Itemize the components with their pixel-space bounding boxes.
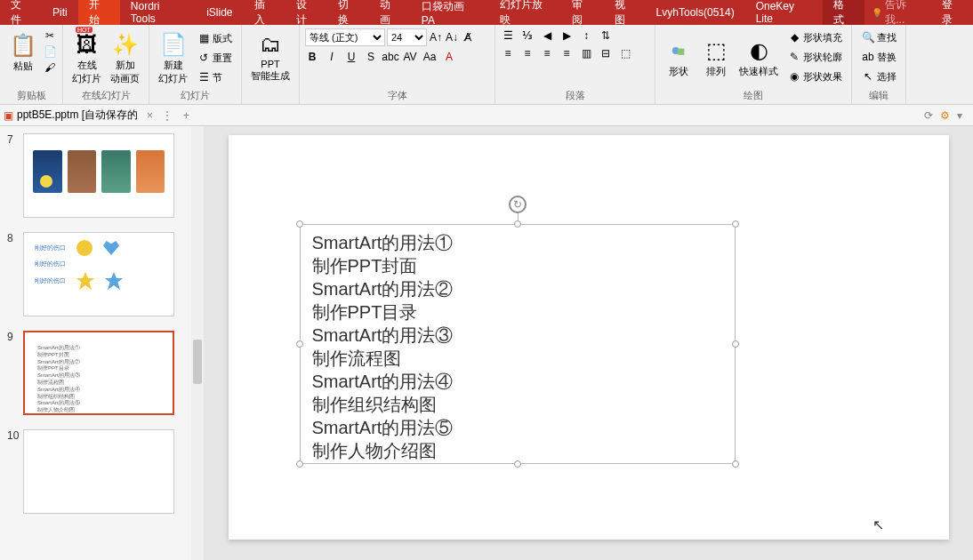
settings-icon[interactable]: ⚙ xyxy=(940,109,950,122)
menu-insert[interactable]: 插入 xyxy=(244,0,285,25)
new-slide-icon: 📄 xyxy=(159,30,188,59)
online-slides-group-label: 在线幻灯片 xyxy=(68,89,143,104)
menu-review[interactable]: 审阅 xyxy=(561,0,603,25)
font-name-select[interactable]: 等线 (正文) xyxy=(305,28,385,46)
align-text-icon[interactable]: ⊟ xyxy=(599,46,613,60)
menu-login[interactable]: 登录 xyxy=(931,0,973,25)
group-clipboard: 📋 粘贴 ✂ 📄 🖌 剪贴板 xyxy=(0,25,63,104)
smartart-icon[interactable]: ⬚ xyxy=(618,46,632,60)
menu-piti[interactable]: Piti xyxy=(42,0,78,25)
document-bar: ▣ pptB5E.pptm [自动保存的 × ⋮ + ⟳ ⚙ ▾ xyxy=(0,105,973,126)
numbering-icon[interactable]: ⅓ xyxy=(520,28,535,43)
online-slides-icon: 🖼 xyxy=(73,30,101,59)
font-color-icon[interactable]: A xyxy=(442,50,456,64)
align-left-icon[interactable]: ≡ xyxy=(501,46,515,60)
thumb-9[interactable]: 9 SmartArt的用法①制作PPT封面SmartArt的用法②制作PPT目录… xyxy=(0,327,191,426)
increase-font-icon[interactable]: A↑ xyxy=(429,30,443,44)
hot-badge: HOT xyxy=(76,27,92,33)
clear-format-icon[interactable]: A̸ xyxy=(461,30,475,44)
paste-button[interactable]: 📋 粘贴 xyxy=(5,29,41,75)
thumb-num-7: 7 xyxy=(7,133,20,218)
quickstyle-button[interactable]: ◐ 快速样式 xyxy=(736,35,782,80)
tab-menu-icon[interactable]: ⋮ xyxy=(162,109,173,122)
outline-icon: ✎ xyxy=(787,50,801,64)
menu-transitions[interactable]: 切换 xyxy=(327,0,369,25)
menu-file[interactable]: 文件 xyxy=(0,0,42,25)
chevron-down-icon[interactable]: ▾ xyxy=(957,109,962,122)
handle-t[interactable] xyxy=(514,220,521,228)
thumb-10[interactable]: 10 xyxy=(0,426,191,524)
menu-pocket[interactable]: 口袋动画 PA xyxy=(411,0,489,25)
increase-indent-icon[interactable]: ▶ xyxy=(559,28,574,43)
menu-design[interactable]: 设计 xyxy=(285,0,327,25)
new-tab-icon[interactable]: + xyxy=(176,109,197,122)
thumbnail-scrollbar[interactable] xyxy=(191,126,204,560)
handle-br[interactable] xyxy=(732,460,739,468)
decrease-font-icon[interactable]: A↓ xyxy=(445,30,459,44)
arrange-button[interactable]: ⬚ 排列 xyxy=(698,35,734,80)
decrease-indent-icon[interactable]: ◀ xyxy=(540,28,554,43)
align-right-icon[interactable]: ≡ xyxy=(540,46,554,60)
bullets-icon[interactable]: ☰ xyxy=(501,28,515,43)
section-button[interactable]: ☰节 xyxy=(193,68,236,86)
layout-button[interactable]: ▦版式 xyxy=(193,29,236,47)
add-anim-button[interactable]: ✨ 新加 动画页 xyxy=(107,28,143,87)
handle-r[interactable] xyxy=(732,340,739,348)
text-direction-icon[interactable]: ⇅ xyxy=(599,28,613,43)
handle-b[interactable] xyxy=(514,460,521,468)
replace-button[interactable]: ab替换 xyxy=(857,48,900,66)
shapes-button[interactable]: 形状 xyxy=(661,35,696,80)
shape-outline-button[interactable]: ✎形状轮廓 xyxy=(784,48,846,66)
reset-button[interactable]: ↺重置 xyxy=(193,49,236,67)
align-center-icon[interactable]: ≡ xyxy=(520,46,535,60)
paste-label: 粘贴 xyxy=(13,60,33,73)
copy-icon[interactable]: 📄 xyxy=(43,44,57,59)
handle-l[interactable] xyxy=(296,340,303,348)
menu-format[interactable]: 格式 xyxy=(823,0,864,25)
scrollbar-handle[interactable] xyxy=(193,340,202,384)
menu-home[interactable]: 开始 xyxy=(78,0,120,25)
columns-icon[interactable]: ▥ xyxy=(579,46,593,60)
font-size-select[interactable]: 24 xyxy=(387,28,427,46)
bold-icon[interactable]: B xyxy=(305,50,319,64)
menu-slideshow[interactable]: 幻灯片放映 xyxy=(489,0,562,25)
menu-view[interactable]: 视图 xyxy=(604,0,646,25)
menu-nordri[interactable]: Nordri Tools xyxy=(120,0,196,25)
text-box[interactable]: SmartArt的用法① 制作PPT封面 SmartArt的用法② 制作PPT目… xyxy=(300,224,736,464)
underline-icon[interactable]: U xyxy=(344,50,358,64)
handle-tr[interactable] xyxy=(732,220,739,228)
online-slides-button[interactable]: HOT 🖼 在线 幻灯片 xyxy=(68,28,105,87)
select-button[interactable]: ↖选择 xyxy=(857,68,900,85)
section-icon: ☰ xyxy=(197,70,211,84)
document-tab[interactable]: ▣ pptB5E.pptm [自动保存的 × ⋮ + xyxy=(4,108,197,123)
format-painter-icon[interactable]: 🖌 xyxy=(43,60,57,75)
shadow-icon[interactable]: abc xyxy=(383,50,398,64)
italic-icon[interactable]: I xyxy=(325,50,339,64)
cut-icon[interactable]: ✂ xyxy=(43,28,57,43)
thumb-num-8: 8 xyxy=(7,232,20,316)
thumb-8[interactable]: 8 刚好的伤口 刚好的伤口 刚好的伤口 xyxy=(0,228,191,327)
char-spacing-icon[interactable]: AV xyxy=(403,50,417,64)
tell-me[interactable]: 告诉我... xyxy=(864,0,931,28)
menu-onekey[interactable]: OneKey Lite xyxy=(745,0,824,25)
menu-animations[interactable]: 动画 xyxy=(369,0,411,25)
ppt-gen-button[interactable]: 🗂 PPT 智能生成 xyxy=(247,28,294,84)
handle-bl[interactable] xyxy=(296,460,303,468)
menu-lvyh[interactable]: LvyhTools(0514) xyxy=(646,0,745,25)
rotate-handle[interactable] xyxy=(509,196,527,213)
menu-islide[interactable]: iSlide xyxy=(196,0,243,25)
close-tab-icon[interactable]: × xyxy=(141,109,158,122)
strike-icon[interactable]: S xyxy=(364,50,378,64)
thumb-9-preview: SmartArt的用法①制作PPT封面SmartArt的用法②制作PPT目录Sm… xyxy=(23,331,174,415)
change-case-icon[interactable]: Aa xyxy=(422,50,437,64)
sync-icon[interactable]: ⟳ xyxy=(924,109,933,122)
justify-icon[interactable]: ≡ xyxy=(559,46,574,60)
shape-fill-button[interactable]: ◆形状填充 xyxy=(784,28,846,46)
thumb-7[interactable]: 7 xyxy=(0,130,191,228)
new-slide-button[interactable]: 📄 新建 幻灯片 xyxy=(155,28,191,87)
handle-tl[interactable] xyxy=(296,220,303,228)
shape-effects-button[interactable]: ◉形状效果 xyxy=(784,68,846,85)
line-spacing-icon[interactable]: ↕ xyxy=(579,28,593,43)
find-button[interactable]: 🔍查找 xyxy=(857,28,900,46)
slide[interactable]: SmartArt的用法① 制作PPT封面 SmartArt的用法② 制作PPT目… xyxy=(229,135,949,540)
